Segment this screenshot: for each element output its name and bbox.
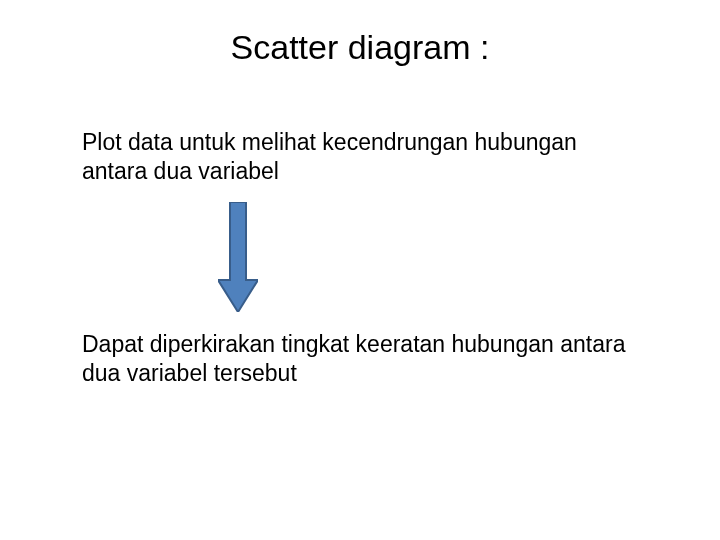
- paragraph-1: Plot data untuk melihat kecendrungan hub…: [82, 128, 642, 186]
- paragraph-2: Dapat diperkirakan tingkat keeratan hubu…: [82, 330, 642, 388]
- slide: Scatter diagram : Plot data untuk meliha…: [0, 0, 720, 540]
- down-arrow-shape: [218, 202, 258, 312]
- slide-title: Scatter diagram :: [0, 28, 720, 67]
- down-arrow-icon: [218, 202, 258, 312]
